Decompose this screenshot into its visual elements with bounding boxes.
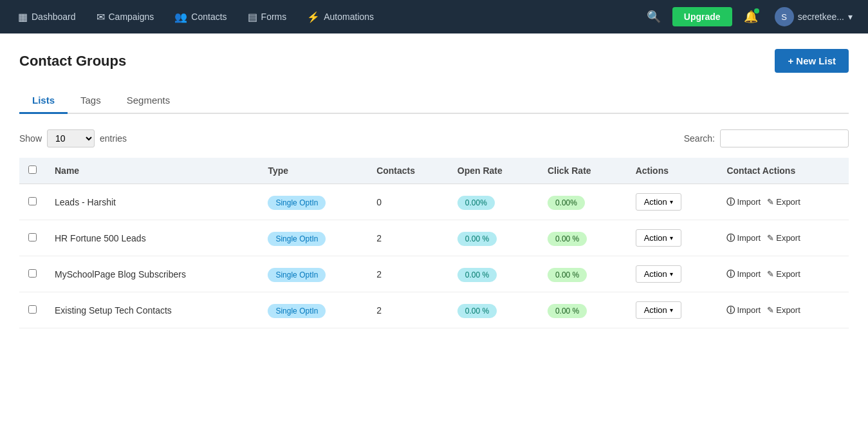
action-dropdown-button[interactable]: Action ▾: [636, 193, 681, 211]
header-open-rate: Open Rate: [448, 158, 539, 184]
controls-row: Show 10 25 50 100 entries Search:: [19, 129, 849, 147]
edit-icon: ✎: [767, 305, 774, 315]
row-select-checkbox[interactable]: [28, 305, 37, 314]
contacts-table: Name Type Contacts Open Rate Click Rate …: [19, 158, 849, 328]
export-button[interactable]: ✎ Export: [767, 269, 800, 279]
contact-actions-group: ⓘ Import ✎ Export: [726, 305, 840, 316]
type-badge: Single OptIn: [268, 304, 326, 318]
row-actions: Action ▾: [627, 184, 718, 220]
chevron-down-icon: ▾: [670, 307, 673, 314]
nav-automations[interactable]: ⚡ Automations: [299, 7, 382, 27]
table-header-row: Name Type Contacts Open Rate Click Rate …: [19, 158, 849, 184]
tab-lists[interactable]: Lists: [19, 88, 68, 114]
new-list-button[interactable]: + New List: [775, 49, 849, 73]
page-title: Contact Groups: [19, 53, 126, 70]
import-label: Import: [737, 269, 761, 279]
row-actions: Action ▾: [627, 220, 718, 256]
info-icon: ⓘ: [726, 269, 735, 280]
upgrade-button[interactable]: Upgrade: [672, 7, 732, 26]
navbar: ▦ Dashboard ✉ Campaigns 👥 Contacts ▤ For…: [0, 0, 868, 33]
search-button[interactable]: 🔍: [640, 6, 667, 28]
import-button[interactable]: ⓘ Import: [726, 269, 761, 280]
row-click-rate: 0.00 %: [539, 220, 627, 256]
row-type: Single OptIn: [259, 292, 367, 328]
import-label: Import: [737, 197, 761, 207]
notifications-button[interactable]: 🔔: [737, 6, 764, 28]
automations-icon: ⚡: [307, 11, 320, 23]
export-label: Export: [776, 305, 800, 315]
row-name: Existing Setup Tech Contacts: [46, 292, 259, 328]
row-open-rate: 0.00%: [448, 184, 539, 220]
row-click-rate: 0.00 %: [539, 292, 627, 328]
chevron-down-icon: ▾: [670, 198, 673, 205]
header-type: Type: [259, 158, 367, 184]
row-select-checkbox[interactable]: [28, 269, 37, 278]
user-initial: S: [781, 12, 787, 22]
header-checkbox: [19, 158, 46, 184]
campaigns-icon: ✉: [97, 11, 105, 23]
open-rate-badge: 0.00 %: [457, 304, 497, 318]
info-icon: ⓘ: [726, 232, 735, 244]
row-select-checkbox[interactable]: [28, 197, 37, 205]
contact-actions-group: ⓘ Import ✎ Export: [726, 232, 840, 244]
chevron-down-icon: ▾: [670, 270, 673, 278]
tab-segments-label: Segments: [127, 95, 171, 106]
search-input[interactable]: [720, 129, 849, 147]
row-actions: Action ▾: [627, 292, 718, 328]
action-dropdown-button[interactable]: Action ▾: [636, 229, 681, 247]
main-content: Contact Groups + New List Lists Tags Seg…: [0, 33, 868, 425]
import-button[interactable]: ⓘ Import: [726, 232, 761, 244]
row-actions: Action ▾: [627, 256, 718, 292]
action-dropdown-button[interactable]: Action ▾: [636, 265, 681, 283]
action-label: Action: [644, 233, 667, 243]
select-all-checkbox[interactable]: [28, 165, 37, 174]
action-label: Action: [644, 197, 667, 207]
avatar: S: [775, 7, 794, 26]
click-rate-badge: 0.00 %: [548, 268, 587, 282]
table-wrapper: Name Type Contacts Open Rate Click Rate …: [19, 158, 849, 328]
tab-tags[interactable]: Tags: [68, 88, 114, 114]
type-badge: Single OptIn: [268, 268, 326, 282]
search-label: Search:: [684, 133, 715, 144]
click-rate-badge: 0.00 %: [548, 232, 587, 246]
open-rate-badge: 0.00 %: [457, 232, 497, 246]
nav-contacts[interactable]: 👥 Contacts: [167, 7, 234, 27]
header-actions: Actions: [627, 158, 718, 184]
export-label: Export: [776, 197, 800, 207]
info-icon: ⓘ: [726, 196, 735, 208]
click-rate-badge: 0.00%: [548, 196, 585, 210]
tab-segments[interactable]: Segments: [114, 88, 183, 114]
row-checkbox: [19, 292, 46, 328]
import-button[interactable]: ⓘ Import: [726, 305, 761, 316]
nav-forms-label: Forms: [261, 12, 287, 22]
nav-dashboard[interactable]: ▦ Dashboard: [10, 7, 84, 27]
row-contact-actions: ⓘ Import ✎ Export: [717, 220, 849, 256]
row-open-rate: 0.00 %: [448, 292, 539, 328]
export-button[interactable]: ✎ Export: [767, 305, 800, 315]
row-open-rate: 0.00 %: [448, 256, 539, 292]
tab-tags-label: Tags: [80, 95, 101, 106]
entries-select[interactable]: 10 25 50 100: [47, 129, 95, 147]
row-click-rate: 0.00 %: [539, 256, 627, 292]
user-menu[interactable]: S secretkee... ▾: [770, 5, 858, 29]
contact-actions-group: ⓘ Import ✎ Export: [726, 269, 840, 280]
row-contacts: 2: [367, 292, 448, 328]
export-button[interactable]: ✎ Export: [767, 233, 800, 243]
nav-campaigns-label: Campaigns: [109, 12, 154, 22]
show-label: Show: [19, 133, 42, 144]
table-row: MySchoolPage Blog Subscribers Single Opt…: [19, 256, 849, 292]
import-button[interactable]: ⓘ Import: [726, 196, 761, 208]
notification-dot: [754, 8, 759, 14]
nav-automations-label: Automations: [324, 12, 374, 22]
row-click-rate: 0.00%: [539, 184, 627, 220]
row-name: HR Fortune 500 Leads: [46, 220, 259, 256]
nav-forms[interactable]: ▤ Forms: [240, 7, 295, 27]
nav-campaigns[interactable]: ✉ Campaigns: [89, 7, 162, 27]
nav-contacts-label: Contacts: [191, 12, 226, 22]
row-select-checkbox[interactable]: [28, 233, 37, 241]
page-header: Contact Groups + New List: [19, 49, 849, 73]
click-rate-badge: 0.00 %: [548, 304, 587, 318]
action-dropdown-button[interactable]: Action ▾: [636, 301, 681, 319]
export-button[interactable]: ✎ Export: [767, 197, 800, 207]
contact-actions-group: ⓘ Import ✎ Export: [726, 196, 840, 208]
